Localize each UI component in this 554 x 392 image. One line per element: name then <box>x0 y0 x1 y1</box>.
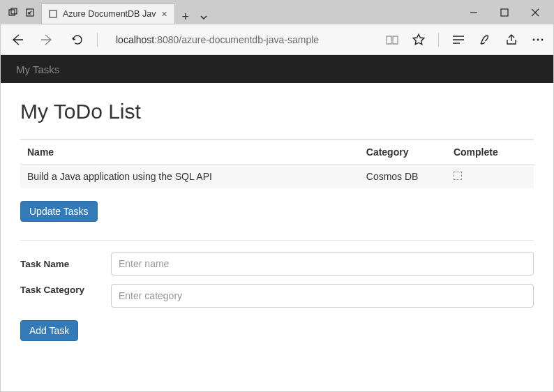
tasks-table: Name Category Complete Build a Java appl… <box>20 140 534 188</box>
update-tasks-button[interactable]: Update Tasks <box>20 201 98 222</box>
reading-view-icon[interactable] <box>385 33 399 47</box>
divider <box>20 240 534 241</box>
task-name-label: Task Name <box>20 259 111 269</box>
address-host: localhost <box>116 34 154 45</box>
back-button[interactable] <box>9 32 24 47</box>
svg-rect-0 <box>9 10 15 15</box>
table-row: Build a Java application using the SQL A… <box>20 165 534 189</box>
nav-controls <box>9 32 84 47</box>
page-content: My ToDo List Name Category Complete Buil… <box>1 83 553 354</box>
navbar-brand[interactable]: My Tasks <box>16 63 59 75</box>
set-aside-icon[interactable] <box>24 7 36 18</box>
close-window-button[interactable] <box>520 3 551 22</box>
col-complete: Complete <box>447 140 534 165</box>
svg-point-7 <box>537 38 539 40</box>
toolbar-divider <box>438 33 439 47</box>
more-icon[interactable] <box>531 33 545 47</box>
cell-name: Build a Java application using the SQL A… <box>20 165 359 189</box>
browser-toolbar: localhost:8080/azure-documentdb-java-sam… <box>1 24 553 55</box>
tab-chevron-icon[interactable] <box>199 13 209 24</box>
toolbar-actions <box>385 33 545 47</box>
address-path: :8080/azure-documentdb-java-sample <box>154 34 319 45</box>
favorite-icon[interactable] <box>412 33 426 47</box>
cascade-icon[interactable] <box>8 7 19 18</box>
browser-tab[interactable]: Azure DocumentDB Jav × <box>41 3 175 24</box>
table-header-row: Name Category Complete <box>20 140 534 165</box>
task-category-input[interactable] <box>111 284 534 308</box>
share-icon[interactable] <box>504 33 518 47</box>
new-tab-button[interactable]: + <box>182 10 190 24</box>
cell-category: Cosmos DB <box>359 165 447 189</box>
maximize-button[interactable] <box>489 3 520 22</box>
form-row-category: Task Category <box>20 284 534 308</box>
hub-icon[interactable] <box>451 33 465 47</box>
complete-checkbox[interactable] <box>454 172 462 180</box>
tab-title: Azure DocumentDB Jav <box>63 9 156 19</box>
form-row-name: Task Name <box>20 252 534 276</box>
svg-point-8 <box>541 38 544 40</box>
task-category-label: Task Category <box>20 284 111 296</box>
svg-rect-1 <box>11 8 17 14</box>
add-task-button[interactable]: Add Task <box>20 320 78 341</box>
task-name-input[interactable] <box>111 252 534 276</box>
refresh-button[interactable] <box>70 33 84 47</box>
toolbar-divider <box>97 33 98 47</box>
minimize-button[interactable] <box>458 3 489 22</box>
svg-point-6 <box>533 38 535 40</box>
tab-strip: Azure DocumentDB Jav × + <box>41 1 458 24</box>
address-bar[interactable]: localhost:8080/azure-documentdb-java-sam… <box>110 34 373 45</box>
col-name: Name <box>20 140 359 165</box>
col-category: Category <box>359 140 447 165</box>
forward-button[interactable] <box>40 32 55 47</box>
svg-rect-5 <box>501 9 508 16</box>
page-title: My ToDo List <box>20 100 534 123</box>
window-titlebar: Azure DocumentDB Jav × + <box>1 1 553 24</box>
tab-close-icon[interactable]: × <box>161 8 167 20</box>
page-icon <box>49 10 57 18</box>
titlebar-left <box>1 7 36 18</box>
cell-complete <box>447 165 534 189</box>
svg-rect-3 <box>50 10 57 17</box>
app-navbar: My Tasks <box>1 55 553 83</box>
window-controls <box>458 3 553 22</box>
notes-icon[interactable] <box>478 33 492 47</box>
